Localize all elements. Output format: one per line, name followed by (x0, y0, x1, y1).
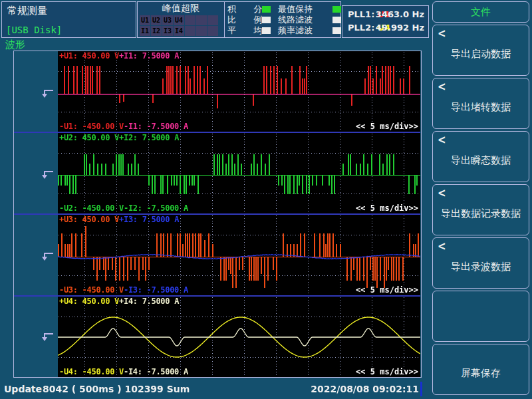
peak-cell: U2 (151, 15, 162, 25)
waveform-channel-3: +U3: 450.00 V+I3: 7.5000 A -U3: -450.00 … (58, 215, 420, 295)
back-arrow-icon: < (438, 133, 446, 147)
pll-panel: PLL1:U1 3463.0 Hz PLL2:U4 49.992 Hz (342, 5, 429, 38)
peak-cell: U4 (174, 15, 184, 25)
peak-cell (207, 26, 218, 36)
scaling-checkbox[interactable] (262, 17, 271, 23)
pll1-value: 3463.0 Hz (376, 9, 424, 19)
peak-cell (196, 26, 207, 36)
peak-cell: U1 (140, 15, 150, 25)
menu-button-export-locked-rotor[interactable]: < 导出堵转数据 (432, 78, 529, 129)
waveform-channel-4: +U4: 450.00 V+I4: 7.5000 A -U4: -450.00 … (58, 297, 420, 377)
menu-button-empty[interactable] (432, 291, 529, 342)
waveform-canvas-4 (58, 297, 420, 377)
menu-title-label: 文件 (433, 6, 529, 19)
back-arrow-icon: < (438, 186, 446, 200)
peak-over-limit-title: 峰值超限 (138, 3, 224, 15)
channel4-scale-top: +U4: 450.00 V+I4: 7.5000 A (59, 297, 179, 306)
channel1-scale-top: +U1: 450.00 V+I1: 7.5000 A (59, 51, 179, 61)
peak-cell: I2 (151, 26, 162, 36)
toggle-panel: 积 分 最值保持 比 例 线路滤波 平 均 频率滤波 (224, 1, 341, 38)
peak-cell: I1 (140, 26, 150, 36)
time-per-div-label: << 5 ms/div>> (356, 203, 418, 213)
pll1-label: PLL1: (348, 9, 374, 19)
pll2-label: PLL2: (348, 23, 374, 33)
menu-button-export-wave-record[interactable]: < 导出录波数据 (432, 237, 529, 289)
peak-over-limit-panel: 峰值超限 U1 U2 U3 U4 I1 I2 I3 I4 (137, 1, 225, 38)
line-filter-checkbox[interactable] (332, 17, 341, 23)
channel3-scale-bottom: -U3: -450.00 V-I3: -7.5000 A (59, 285, 188, 295)
menu-button-export-data-record[interactable]: < 导出数据记录数据 (432, 184, 529, 235)
menu-button-screen-save[interactable]: 屏幕保存 (432, 344, 529, 395)
peak-cell (196, 15, 207, 25)
peak-cell (185, 26, 196, 36)
menu-title-file: 文件 (432, 1, 529, 23)
time-per-div-label: << 5 ms/div>> (356, 122, 418, 131)
peak-cell: I3 (162, 26, 173, 36)
trigger-marker-ch3 (39, 251, 55, 262)
toggle-label-line-filter: 线路滤波 (278, 15, 313, 25)
trigger-marker-ch4 (39, 332, 55, 342)
pll2-value: 49.992 Hz (376, 23, 424, 33)
waveform-panel: +U1: 450.00 V+I1: 7.5000 A -U1: -450.00 … (13, 51, 422, 378)
toggle-label-max-hold: 最值保持 (278, 5, 313, 14)
peak-cell: I4 (174, 26, 184, 36)
integration-checkbox[interactable] (262, 6, 271, 13)
update-label: Update (4, 384, 42, 394)
time-per-div-label: << 5 ms/div>> (356, 285, 418, 295)
max-hold-checkbox[interactable] (332, 6, 341, 13)
datetime-label: 2022/08/08 09:02:11 (306, 384, 419, 394)
peak-cell (207, 15, 218, 25)
peak-over-limit-grid: U1 U2 U3 U4 I1 I2 I3 I4 (140, 15, 218, 36)
back-arrow-icon: < (438, 239, 446, 253)
usb-disk-status: [USB Disk] (6, 25, 62, 35)
waveform-canvas-3 (58, 215, 420, 295)
waveform-channel-2: +U2: 450.00 V+I2: 7.5000 A -U2: -450.00 … (58, 133, 420, 213)
menu-button-export-transient[interactable]: < 导出瞬态数据 (432, 131, 529, 182)
waveform-canvas-2 (58, 133, 420, 213)
cursor-bar (420, 382, 422, 396)
toggle-label-freq-filter: 频率滤波 (278, 26, 313, 35)
waveform-canvas-1 (58, 51, 420, 132)
channel1-scale-bottom: -U1: -450.00 V-I1: -7.5000 A (59, 122, 188, 131)
channel3-scale-top: +U3: 450.00 V+I3: 7.5000 A (59, 215, 179, 224)
trigger-marker-ch1 (39, 88, 55, 99)
mode-panel: 常规测量 [USB Disk] (1, 1, 136, 38)
average-checkbox[interactable] (262, 27, 271, 34)
channel2-scale-bottom: -U2: -450.00 V-I2: -7.5000 A (59, 203, 188, 213)
channel2-scale-top: +U2: 450.00 V+I2: 7.5000 A (59, 133, 179, 142)
time-per-div-label: << 5 ms/div>> (356, 367, 418, 376)
update-counter: 8042 ( 500ms ) 102399 Sum (43, 384, 190, 394)
channel4-scale-bottom: -U4: -450.00 V-I4: -7.5000 A (59, 367, 188, 376)
back-arrow-icon: < (438, 27, 446, 41)
waveform-section-label: 波形 (5, 39, 25, 51)
waveform-channel-1: +U1: 450.00 V+I1: 7.5000 A -U1: -450.00 … (58, 51, 420, 132)
instrument-screen: 常规测量 [USB Disk] 峰值超限 U1 U2 U3 U4 I1 I2 I… (0, 0, 532, 399)
trigger-marker-ch2 (39, 170, 55, 180)
back-arrow-icon: < (438, 80, 446, 94)
menu-button-export-startup[interactable]: < 导出启动数据 (432, 25, 529, 76)
freq-filter-checkbox[interactable] (332, 27, 341, 34)
mode-title: 常规测量 (7, 5, 47, 17)
peak-cell (185, 15, 196, 25)
peak-cell: U3 (162, 15, 173, 25)
